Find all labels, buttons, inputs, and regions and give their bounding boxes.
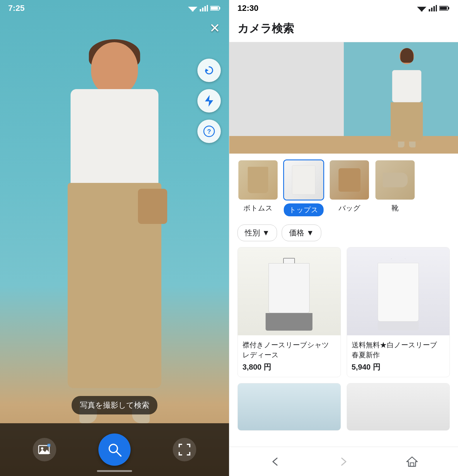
svg-line-21 — [116, 451, 121, 456]
svg-text:?: ? — [207, 128, 211, 135]
gender-filter-label: 性別 ▼ — [245, 228, 270, 238]
left-time: 7:25 — [8, 4, 25, 13]
bag — [138, 189, 167, 224]
svg-rect-35 — [431, 8, 433, 11]
product-price-2: 5,940 円 — [352, 362, 445, 372]
floor — [229, 136, 458, 154]
category-bag[interactable]: バッグ — [329, 159, 370, 216]
product-name-1: 襟付きノースリーブシャツ レディース — [242, 340, 336, 360]
bag-thumbnail[interactable] — [329, 159, 370, 200]
product-image-2 — [347, 247, 450, 335]
home-button[interactable] — [400, 453, 424, 470]
product-info-2: 送料無料★白ノースリーブ 春夏新作 5,940 円 — [347, 335, 450, 377]
right-status-bar: 12:30 — [229, 0, 458, 16]
product-grid: 襟付きノースリーブシャツ レディース 3,800 円 送料無料★白ノースリーブ … — [229, 247, 458, 436]
svg-rect-36 — [433, 6, 435, 11]
svg-rect-27 — [179, 452, 180, 455]
price-filter-label: 価格 ▼ — [289, 228, 314, 238]
page-title: カメラ検索 — [237, 21, 450, 36]
signal-icon-right — [429, 5, 437, 11]
photo-hint-text: 写真を撮影して検索 — [72, 396, 158, 414]
product-image-4 — [347, 383, 450, 430]
product-card-3[interactable] — [237, 383, 341, 431]
wifi-icon-right — [417, 5, 426, 11]
battery-icon — [210, 6, 221, 11]
bag-thumb-inner — [330, 160, 369, 200]
product-name-2: 送料無料★白ノースリーブ 春夏新作 — [352, 340, 445, 360]
product-image-3 — [238, 383, 341, 430]
camera-search-button[interactable] — [98, 433, 131, 466]
help-button[interactable]: ? — [197, 120, 221, 143]
category-tops[interactable]: トップス — [283, 159, 324, 216]
back-icon — [269, 456, 281, 467]
left-status-bar: 7:25 — [0, 0, 229, 16]
product-info-1: 襟付きノースリーブシャツ レディース 3,800 円 — [238, 335, 341, 377]
svg-rect-7 — [207, 5, 208, 11]
gender-filter[interactable]: 性別 ▼ — [237, 225, 277, 241]
svg-rect-42 — [410, 463, 414, 466]
right-time: 12:30 — [237, 4, 259, 13]
product-card-2[interactable]: 送料無料★白ノースリーブ 春夏新作 5,940 円 — [347, 247, 450, 377]
left-status-icons — [188, 5, 221, 11]
category-shoes[interactable]: 靴 — [375, 159, 416, 216]
svg-rect-29 — [189, 452, 190, 455]
close-button[interactable]: ✕ — [209, 21, 220, 35]
category-pants[interactable]: ボトムス — [237, 159, 278, 216]
back-button[interactable] — [264, 453, 287, 470]
signal-icon — [200, 5, 208, 11]
svg-rect-4 — [200, 9, 201, 11]
product-card-1[interactable]: 襟付きノースリーブシャツ レディース 3,800 円 — [237, 247, 341, 377]
svg-rect-37 — [436, 5, 437, 11]
product-price-1: 3,800 円 — [242, 362, 336, 372]
bottom-navigation — [229, 447, 458, 476]
head — [91, 42, 138, 95]
right-header: カメラ検索 — [229, 16, 458, 42]
search-subject-image — [391, 48, 423, 147]
flash-button[interactable] — [197, 89, 221, 113]
product-card-4[interactable] — [347, 383, 450, 431]
shoe-thumb-inner — [375, 160, 415, 200]
svg-marker-12 — [205, 95, 213, 107]
home-icon — [406, 455, 418, 468]
svg-rect-23 — [179, 444, 180, 447]
person-figure — [38, 25, 191, 429]
right-status-icons — [417, 5, 450, 11]
tops-thumbnail[interactable] — [283, 159, 324, 200]
svg-rect-39 — [448, 7, 449, 9]
rotate-icon — [203, 64, 215, 76]
camera-bottom-toolbar: + — [0, 423, 229, 476]
camera-subject — [18, 18, 211, 429]
svg-marker-17 — [39, 450, 50, 454]
svg-text:+: + — [48, 444, 49, 447]
svg-rect-5 — [202, 8, 204, 11]
product-image-1 — [238, 247, 341, 335]
shoe-thumbnail[interactable] — [375, 159, 416, 200]
forward-button[interactable] — [332, 453, 355, 470]
svg-rect-25 — [189, 444, 190, 447]
svg-marker-11 — [206, 69, 209, 72]
flash-icon — [204, 95, 214, 107]
svg-rect-34 — [429, 9, 430, 11]
shirt — [71, 89, 158, 192]
svg-rect-9 — [219, 7, 220, 9]
scan-icon — [178, 443, 191, 456]
shoes-label: 靴 — [392, 203, 399, 213]
rotate-camera-button[interactable] — [197, 59, 221, 82]
tops-thumb-inner — [284, 160, 323, 200]
search-icon — [106, 441, 123, 458]
home-indicator — [97, 470, 132, 472]
gallery-icon: + — [38, 443, 51, 456]
scan-button[interactable] — [173, 438, 196, 461]
category-row: ボトムス トップス バッグ — [229, 154, 458, 222]
camera-controls: ? — [197, 59, 221, 143]
tops-label: トップス — [284, 203, 324, 216]
svg-marker-41 — [407, 457, 417, 466]
svg-point-16 — [41, 447, 43, 450]
bag-label: バッグ — [339, 203, 360, 213]
pants-thumb-inner — [238, 160, 278, 200]
svg-rect-40 — [440, 7, 447, 10]
price-filter[interactable]: 価格 ▼ — [282, 225, 321, 241]
gallery-button[interactable]: + — [33, 438, 56, 461]
pants-thumbnail[interactable] — [237, 159, 278, 200]
pants-label: ボトムス — [243, 203, 273, 213]
